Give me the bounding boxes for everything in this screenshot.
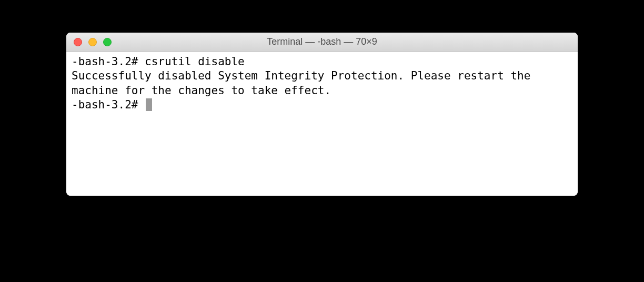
shell-command: csrutil disable [145, 55, 245, 68]
minimize-button[interactable] [88, 38, 97, 46]
close-button[interactable] [74, 38, 82, 46]
shell-prompt: -bash-3.2# [72, 98, 145, 111]
traffic-lights [66, 38, 112, 46]
cursor [146, 98, 152, 111]
terminal-body[interactable]: -bash-3.2# csrutil disable Successfully … [66, 52, 578, 196]
terminal-output: Successfully disabled System Integrity P… [72, 69, 572, 98]
shell-prompt: -bash-3.2# [72, 55, 145, 68]
terminal-line-1: -bash-3.2# csrutil disable [72, 55, 572, 69]
window-titlebar[interactable]: Terminal — -bash — 70×9 [66, 33, 578, 52]
maximize-button[interactable] [103, 38, 112, 46]
window-title: Terminal — -bash — 70×9 [66, 36, 578, 47]
terminal-window: Terminal — -bash — 70×9 -bash-3.2# csrut… [66, 33, 578, 196]
terminal-line-2: -bash-3.2# [72, 98, 572, 112]
